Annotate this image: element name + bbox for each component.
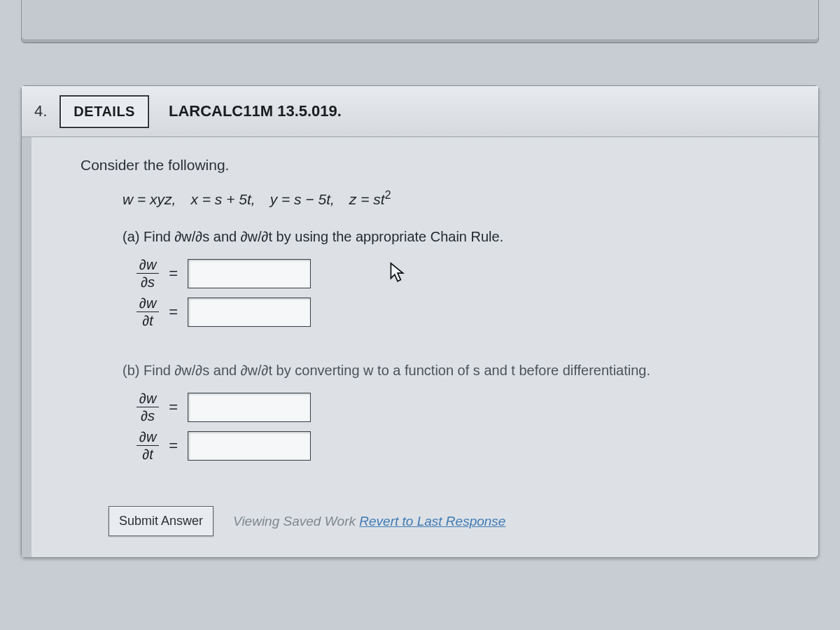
part-a-dwds-row: ∂w ∂s = <box>80 258 797 289</box>
section-spacer <box>80 468 797 493</box>
given-equations: w = xyz, x = s + 5t, y = s − 5t, z = st2 <box>80 189 797 208</box>
panel-gap <box>0 43 840 85</box>
question-panel: 4. DETAILS LARCALC11M 13.5.019. Consider… <box>21 85 819 558</box>
question-number: 4. <box>34 102 47 120</box>
question-header: 4. DETAILS LARCALC11M 13.5.019. <box>22 86 818 137</box>
part-b-text: (b) Find ∂w/∂s and ∂w/∂t by converting w… <box>80 360 797 382</box>
answer-b-dwdt-input[interactable] <box>188 431 311 461</box>
question-body: Consider the following. w = xyz, x = s +… <box>22 137 818 557</box>
saved-work-message: Viewing Saved Work Revert to Last Respon… <box>233 514 505 529</box>
equals-sign: = <box>169 398 178 416</box>
fraction-dw-ds: ∂w ∂s <box>136 391 159 423</box>
question-content: Consider the following. w = xyz, x = s +… <box>31 137 818 557</box>
part-b-dwdt-row: ∂w ∂t = <box>80 430 797 461</box>
given-text: w = xyz, x = s + 5t, y = s − 5t, z = st <box>122 191 385 207</box>
answer-a-dwdt-input[interactable] <box>188 298 311 327</box>
revert-link[interactable]: Revert to Last Response <box>359 514 505 528</box>
answer-b-dwds-input[interactable] <box>188 393 311 422</box>
answer-a-dwds-input[interactable] <box>188 259 311 288</box>
part-a-text: (a) Find ∂w/∂s and ∂w/∂t by using the ap… <box>80 226 797 248</box>
frac-num: ∂w <box>136 296 159 312</box>
frac-den: ∂t <box>142 446 153 461</box>
equals-sign: = <box>169 303 178 321</box>
frac-den: ∂t <box>142 312 153 328</box>
fraction-dw-dt: ∂w ∂t <box>136 296 159 328</box>
submit-answer-button[interactable]: Submit Answer <box>108 506 214 536</box>
frac-den: ∂s <box>141 274 155 289</box>
frac-den: ∂s <box>141 407 155 423</box>
question-footer: Submit Answer Viewing Saved Work Revert … <box>80 506 797 536</box>
details-button[interactable]: DETAILS <box>59 95 149 128</box>
left-rail <box>22 137 31 557</box>
equals-sign: = <box>169 265 178 283</box>
fraction-dw-dt: ∂w ∂t <box>136 430 159 461</box>
intro-text: Consider the following. <box>80 157 797 174</box>
previous-question-trailing-panel <box>21 0 819 43</box>
given-exponent: 2 <box>385 189 391 201</box>
cursor-icon <box>388 262 406 286</box>
section-spacer <box>80 335 797 360</box>
saved-prefix: Viewing Saved Work <box>233 514 359 528</box>
equals-sign: = <box>169 437 178 455</box>
part-b-dwds-row: ∂w ∂s = <box>80 391 797 423</box>
frac-num: ∂w <box>136 258 159 274</box>
question-code: LARCALC11M 13.5.019. <box>169 102 342 120</box>
part-a-dwdt-row: ∂w ∂t = <box>80 296 797 328</box>
frac-num: ∂w <box>136 391 159 407</box>
fraction-dw-ds: ∂w ∂s <box>136 258 159 289</box>
frac-num: ∂w <box>136 430 159 446</box>
